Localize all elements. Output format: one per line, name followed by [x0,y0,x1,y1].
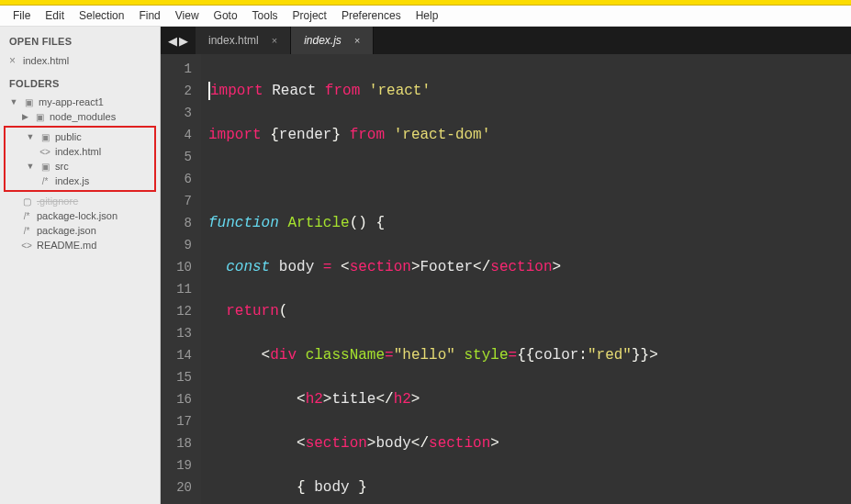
file-gitignore[interactable]: ▢ .gitignore [0,194,160,208]
line-number: 17 [161,410,192,432]
line-number: 4 [161,124,192,146]
file-js-icon: /* [39,176,51,186]
line-number: 19 [161,454,192,476]
line-number: 7 [161,190,192,212]
line-gutter: 1 2 3 4 5 6 7 8 9 10 11 12 13 14 15 16 1… [161,54,201,504]
folder-root-label: my-app-react1 [39,96,104,107]
file-label: README.md [37,240,96,251]
menu-preferences[interactable]: Preferences [334,7,409,24]
file-src-index-js[interactable]: /* index.js [6,174,154,188]
line-number: 12 [161,300,192,322]
line-number: 6 [161,168,192,190]
line-number: 1 [161,58,192,80]
folder-icon: ▣ [22,97,35,107]
arrow-left-icon[interactable]: ◀ [168,34,177,48]
folder-label: src [55,161,69,172]
line-number: 11 [161,278,192,300]
menu-goto[interactable]: Goto [207,7,245,24]
highlighted-region: ▼ ▣ public <> index.html ▼ ▣ src /* inde… [4,126,156,192]
line-number: 3 [161,102,192,124]
folders-heading: FOLDERS [0,69,160,95]
open-file-label: index.html [23,55,69,66]
file-label: .gitignore [37,196,78,207]
arrow-right-icon[interactable]: ▶ [179,34,188,48]
chevron-down-icon: ▼ [9,97,18,106]
chevron-down-icon: ▼ [26,162,35,171]
tab-index-html[interactable]: index.html × [196,27,291,54]
line-number: 15 [161,366,192,388]
menu-edit[interactable]: Edit [38,7,72,24]
file-icon: ▢ [20,196,33,207]
folder-icon: ▣ [39,132,51,142]
line-number: 2 [161,80,192,102]
line-number: 20 [161,476,192,498]
folder-icon: ▣ [39,162,51,172]
menu-find[interactable]: Find [131,7,167,24]
line-number: 13 [161,322,192,344]
line-number: 18 [161,432,192,454]
tab-label: index.html [208,34,259,47]
menu-help[interactable]: Help [409,7,446,24]
file-label: package.json [37,225,96,236]
folder-icon: ▣ [33,112,46,122]
menu-selection[interactable]: Selection [72,7,131,24]
code-text[interactable]: import React from 'react' import {render… [201,54,851,504]
tab-nav-arrows[interactable]: ◀ ▶ [161,34,196,48]
sidebar: OPEN FILES × index.html FOLDERS ▼ ▣ my-a… [0,27,161,504]
tab-index-js[interactable]: index.js × [291,27,374,54]
menubar: File Edit Selection Find View Goto Tools… [0,6,851,27]
file-label: index.js [55,175,89,186]
file-js-icon: /* [20,226,33,236]
file-label: index.html [55,146,101,157]
main-area: OPEN FILES × index.html FOLDERS ▼ ▣ my-a… [0,27,851,504]
folder-node-modules[interactable]: ▶ ▣ node_modules [0,109,160,124]
folder-root[interactable]: ▼ ▣ my-app-react1 [0,95,160,109]
file-readme[interactable]: <> README.md [0,238,160,252]
line-number: 10 [161,256,192,278]
chevron-down-icon: ▼ [26,132,35,141]
menu-view[interactable]: View [168,7,207,24]
chevron-right-icon: ▶ [20,112,29,121]
folder-label: node_modules [50,111,116,122]
folder-label: public [55,131,82,142]
file-package-lock[interactable]: /* package-lock.json [0,208,160,223]
line-number: 9 [161,234,192,256]
folder-public[interactable]: ▼ ▣ public [6,129,154,144]
file-label: package-lock.json [37,210,118,221]
open-file-item[interactable]: × index.html [0,52,160,69]
editor-pane: ◀ ▶ index.html × index.js × 1 2 3 4 5 6 … [161,27,851,504]
menu-project[interactable]: Project [286,7,334,24]
close-icon[interactable]: × [354,35,360,46]
file-public-index-html[interactable]: <> index.html [6,144,154,159]
close-icon[interactable]: × [272,35,277,46]
menu-file[interactable]: File [6,7,38,24]
line-number: 8 [161,212,192,234]
folder-src[interactable]: ▼ ▣ src [6,159,154,174]
tab-label: index.js [304,34,342,47]
line-number: 5 [161,146,192,168]
line-number: 14 [161,344,192,366]
menu-tools[interactable]: Tools [245,7,286,24]
tabbar: ◀ ▶ index.html × index.js × [161,27,851,54]
close-icon[interactable]: × [9,54,16,67]
file-html-icon: <> [39,147,51,157]
file-package-json[interactable]: /* package.json [0,223,160,238]
file-md-icon: <> [20,241,33,251]
file-js-icon: /* [20,211,33,221]
open-files-heading: OPEN FILES [0,27,160,52]
line-number: 16 [161,388,192,410]
code-area[interactable]: 1 2 3 4 5 6 7 8 9 10 11 12 13 14 15 16 1… [161,54,851,504]
